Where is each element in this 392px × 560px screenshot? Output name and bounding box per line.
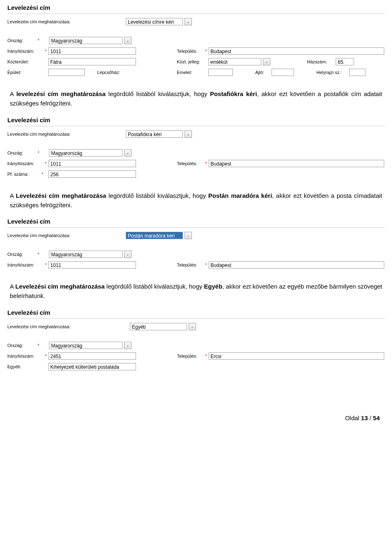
required-mark: * bbox=[36, 150, 41, 155]
label-det: Levelezési cím meghatározása: bbox=[7, 233, 73, 238]
panel-title: Levelezési cím bbox=[7, 116, 385, 123]
required-mark: * bbox=[43, 49, 48, 54]
select-orszag-value[interactable]: Magyarország bbox=[49, 342, 122, 349]
label-telepules: Település: bbox=[177, 262, 203, 267]
paragraph-2: A Levelezési cím meghatározása legördülő… bbox=[0, 185, 392, 214]
select-det[interactable]: Postafiókra kéri ⌄ bbox=[126, 130, 192, 138]
input-ajto[interactable] bbox=[272, 69, 294, 76]
label-egyeb: Egyéb: bbox=[7, 364, 48, 369]
chevron-down-icon[interactable]: ⌄ bbox=[124, 37, 131, 44]
select-koztjelleg[interactable]: emlékút ⌄ bbox=[208, 58, 270, 65]
panel-levelezesi-cim-4: Levelezési cím Levelezési cím meghatároz… bbox=[0, 305, 392, 375]
chevron-down-icon[interactable]: ⌄ bbox=[124, 149, 131, 157]
label-pf: Pf. száma: bbox=[7, 172, 40, 177]
required-mark: * bbox=[43, 262, 48, 267]
required-mark: * bbox=[203, 49, 208, 54]
paragraph-1: A levelezési cím meghatározása legördülő… bbox=[0, 83, 392, 112]
label-orszag: Ország: bbox=[7, 252, 36, 257]
chevron-down-icon[interactable]: ⌄ bbox=[185, 18, 192, 25]
panel-levelezesi-cim-1: Levelezési cím Levelezési cím meghatároz… bbox=[0, 0, 392, 81]
select-orszag-value[interactable]: Magyarország bbox=[49, 251, 122, 258]
divider bbox=[7, 126, 385, 126]
label-telepules: Település: bbox=[177, 49, 203, 54]
panel-levelezesi-cim-3: Levelezési cím Levelezési cím meghatároz… bbox=[0, 214, 392, 273]
label-orszag: Ország: bbox=[7, 343, 36, 348]
required-mark: * bbox=[43, 161, 48, 166]
select-orszag[interactable]: Magyarország ⌄ bbox=[49, 37, 131, 44]
label-kozterulet: Közterület: bbox=[7, 59, 48, 64]
panel-title: Levelezési cím bbox=[7, 218, 385, 225]
input-egyeb[interactable]: Kihelyezett külterületi postaláda bbox=[48, 363, 136, 370]
select-det-value[interactable]: Postán maradóra kéri bbox=[126, 232, 183, 239]
required-mark: * bbox=[36, 252, 41, 257]
required-mark: * bbox=[203, 262, 208, 267]
select-orszag[interactable]: Magyarország ⌄ bbox=[49, 149, 131, 157]
label-orszag: Ország: bbox=[7, 150, 36, 155]
label-det: Levelezési cím meghatározása: bbox=[7, 324, 77, 329]
divider bbox=[7, 13, 385, 14]
input-irsz[interactable]: 1011 bbox=[48, 160, 136, 167]
input-telepules[interactable]: Budapest bbox=[209, 160, 384, 167]
input-pf[interactable]: 256 bbox=[48, 170, 136, 178]
select-orszag[interactable]: Magyarország ⌄ bbox=[49, 251, 131, 258]
select-det[interactable]: Postán maradóra kéri ⌄ bbox=[126, 232, 192, 239]
panel-title: Levelezési cím bbox=[7, 309, 385, 316]
page-footer: Oldal 13 / 54 bbox=[0, 402, 392, 427]
label-ajto: Ajtó: bbox=[255, 70, 272, 75]
input-hrsz[interactable] bbox=[349, 69, 365, 76]
select-orszag-value[interactable]: Magyarország bbox=[49, 149, 122, 157]
input-telepules[interactable]: Budapest bbox=[209, 261, 384, 269]
chevron-down-icon[interactable]: ⌄ bbox=[124, 342, 131, 349]
label-koztjelleg: Közt. jelleg: bbox=[177, 59, 208, 64]
input-epulet[interactable] bbox=[48, 69, 85, 76]
required-mark: * bbox=[43, 354, 48, 358]
divider bbox=[7, 227, 385, 228]
panel-levelezesi-cim-2: Levelezési cím Levelezési cím meghatároz… bbox=[0, 112, 392, 183]
required-mark: * bbox=[36, 343, 41, 348]
paragraph-3: A Levelezési cím meghatározása legördülő… bbox=[0, 276, 392, 305]
input-kozterulet[interactable]: Fátra bbox=[48, 58, 136, 65]
input-irsz[interactable]: 1011 bbox=[48, 47, 136, 55]
label-irsz: Irányítószám: bbox=[7, 262, 43, 267]
chevron-down-icon[interactable]: ⌄ bbox=[189, 323, 196, 330]
label-telepules: Település: bbox=[177, 161, 203, 166]
input-telepules[interactable]: Ercsi bbox=[209, 352, 384, 360]
input-emelet[interactable] bbox=[208, 69, 233, 76]
chevron-down-icon[interactable]: ⌄ bbox=[263, 58, 270, 65]
panel-title: Levelezési cím bbox=[7, 4, 385, 11]
select-det-value[interactable]: Egyéb bbox=[130, 323, 187, 330]
select-det[interactable]: Levelezési címre kéri ⌄ bbox=[126, 18, 192, 25]
input-telepules[interactable]: Budapest bbox=[209, 47, 384, 55]
select-koztjelleg-value[interactable]: emlékút bbox=[208, 58, 261, 65]
required-mark: * bbox=[203, 161, 208, 166]
input-irsz[interactable]: 1011 bbox=[48, 261, 136, 269]
label-det: Levelezési cím meghatározása: bbox=[7, 132, 73, 137]
label-telepules: Település: bbox=[177, 354, 203, 358]
label-irsz: Irányítószám: bbox=[7, 161, 43, 166]
label-lepcsohaz: Lépcsőház: bbox=[97, 70, 126, 75]
label-irsz: Irányítószám: bbox=[7, 49, 43, 54]
label-epulet: Épület: bbox=[7, 70, 48, 75]
select-det[interactable]: Egyéb ⌄ bbox=[130, 323, 196, 330]
chevron-down-icon[interactable]: ⌄ bbox=[124, 251, 131, 258]
label-orszag: Ország: bbox=[7, 38, 36, 43]
required-mark: * bbox=[36, 38, 41, 43]
chevron-down-icon[interactable]: ⌄ bbox=[185, 130, 192, 138]
required-mark: * bbox=[203, 354, 208, 358]
input-hazszam[interactable]: 65. bbox=[336, 58, 354, 65]
select-orszag-value[interactable]: Magyarország bbox=[49, 37, 122, 44]
select-det-value[interactable]: Levelezési címre kéri bbox=[126, 18, 183, 25]
label-emelet: Emelet: bbox=[177, 70, 208, 75]
select-det-value[interactable]: Postafiókra kéri bbox=[126, 130, 183, 138]
label-det: Levelezési cím meghatározása: bbox=[7, 19, 73, 24]
chevron-down-icon[interactable]: ⌄ bbox=[185, 232, 192, 239]
label-hazszam: Házszám: bbox=[307, 59, 336, 64]
label-irsz: Irányítószám: bbox=[7, 354, 43, 358]
divider bbox=[7, 318, 385, 319]
required-mark: * bbox=[40, 172, 45, 177]
select-orszag[interactable]: Magyarország ⌄ bbox=[49, 342, 131, 349]
label-hrsz: Helyrajzi sz.: bbox=[316, 70, 349, 75]
input-irsz[interactable]: 2451 bbox=[48, 352, 136, 360]
